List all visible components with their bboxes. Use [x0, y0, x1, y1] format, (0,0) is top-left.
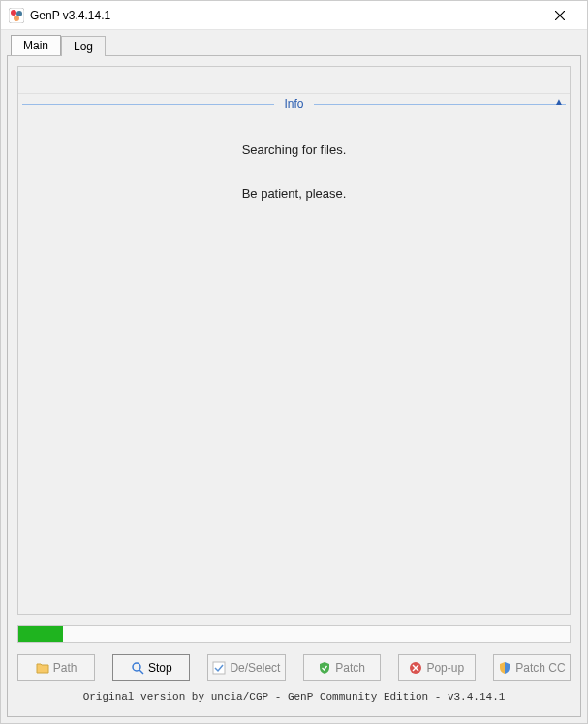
- button-label: Path: [53, 661, 77, 675]
- path-button[interactable]: Path: [17, 654, 95, 681]
- svg-point-1: [11, 10, 16, 16]
- button-label: De/Select: [230, 661, 280, 675]
- svg-point-6: [133, 663, 140, 671]
- popup-button[interactable]: Pop-up: [398, 654, 476, 681]
- close-button[interactable]: [541, 2, 579, 29]
- button-label: Pop-up: [426, 661, 464, 675]
- info-body: Searching for files. Be patient, please.: [18, 113, 570, 614]
- deselect-button[interactable]: De/Select: [207, 654, 285, 681]
- patchcc-button[interactable]: Patch CC: [493, 654, 571, 681]
- titlebar: GenP v3.4.14.1: [1, 1, 587, 30]
- tab-log[interactable]: Log: [61, 36, 106, 56]
- button-label: Patch: [335, 661, 365, 675]
- info-line-1: Searching for files.: [18, 142, 570, 157]
- close-icon: [555, 11, 565, 20]
- stop-button[interactable]: Stop: [112, 654, 190, 681]
- tab-label: Log: [74, 40, 93, 53]
- svg-point-2: [16, 11, 22, 16]
- info-header: Info ▲: [18, 94, 570, 113]
- svg-line-7: [139, 670, 143, 674]
- shield-check-icon: [318, 661, 331, 675]
- shield-icon: [498, 661, 511, 675]
- button-label: Stop: [148, 661, 172, 675]
- main-panel: Info ▲ Searching for files. Be patient, …: [7, 55, 581, 717]
- tab-label: Main: [23, 39, 48, 52]
- top-spacer: [18, 67, 570, 94]
- button-row: Path Stop De/Select: [17, 654, 571, 681]
- search-icon: [131, 661, 144, 675]
- patch-button[interactable]: Patch: [303, 654, 381, 681]
- window-title: GenP v3.4.14.1: [30, 9, 541, 22]
- app-icon: [9, 8, 24, 23]
- app-window: GenP v3.4.14.1 Main Log Info ▲: [0, 0, 588, 724]
- footer-text: Original version by uncia/CGP - GenP Com…: [17, 691, 571, 703]
- checkbox-icon: [212, 661, 226, 675]
- folder-icon: [36, 661, 49, 675]
- svg-rect-8: [213, 662, 225, 674]
- blocked-icon: [409, 661, 422, 675]
- info-heading: Info: [274, 97, 313, 110]
- info-line-2: Be patient, please.: [18, 186, 570, 201]
- tab-strip: Main Log: [11, 34, 581, 55]
- collapse-icon[interactable]: ▲: [554, 96, 564, 107]
- button-label: Patch CC: [515, 661, 565, 675]
- svg-point-3: [14, 16, 19, 21]
- client-area: Main Log Info ▲ Searching for files. Be …: [1, 30, 587, 723]
- tab-main[interactable]: Main: [11, 35, 61, 55]
- progress-bar: [17, 625, 571, 643]
- progress-fill: [18, 626, 63, 642]
- content-frame: Info ▲ Searching for files. Be patient, …: [17, 66, 571, 615]
